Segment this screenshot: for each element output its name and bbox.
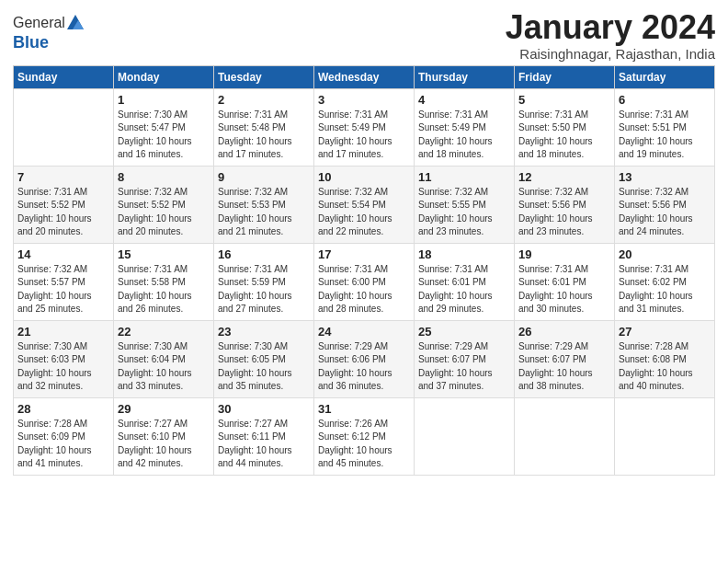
cell-3-4: 25 Sunrise: 7:29 AM Sunset: 6:07 PM Dayl… <box>415 320 515 397</box>
day-number: 15 <box>118 247 210 261</box>
sunset-text: Sunset: 5:50 PM <box>518 122 586 132</box>
day-number: 27 <box>619 325 711 339</box>
sunrise-text: Sunrise: 7:26 AM <box>318 419 388 429</box>
sunrise-text: Sunrise: 7:29 AM <box>418 341 488 351</box>
cell-2-5: 19 Sunrise: 7:31 AM Sunset: 6:01 PM Dayl… <box>515 243 615 320</box>
sunset-text: Sunset: 6:04 PM <box>118 354 186 364</box>
cell-4-2: 30 Sunrise: 7:27 AM Sunset: 6:11 PM Dayl… <box>214 397 314 475</box>
daylight-text: Daylight: 10 hours and 28 minutes. <box>318 291 392 315</box>
cell-2-3: 17 Sunrise: 7:31 AM Sunset: 6:00 PM Dayl… <box>314 243 415 320</box>
sunset-text: Sunset: 5:59 PM <box>218 277 286 287</box>
sunrise-text: Sunrise: 7:32 AM <box>318 187 388 197</box>
day-number: 26 <box>518 325 610 339</box>
sunset-text: Sunset: 6:06 PM <box>318 354 386 364</box>
sunset-text: Sunset: 5:47 PM <box>118 122 186 132</box>
day-number: 29 <box>118 402 210 416</box>
cell-0-6: 6 Sunrise: 7:31 AM Sunset: 5:51 PM Dayli… <box>615 88 715 166</box>
daylight-text: Daylight: 10 hours and 42 minutes. <box>118 445 192 469</box>
sunset-text: Sunset: 6:07 PM <box>418 354 486 364</box>
sunset-text: Sunset: 5:52 PM <box>17 200 85 210</box>
cell-2-6: 20 Sunrise: 7:31 AM Sunset: 6:02 PM Dayl… <box>615 243 715 320</box>
sunrise-text: Sunrise: 7:31 AM <box>518 264 588 274</box>
weekday-header-row: Sunday Monday Tuesday Wednesday Thursday… <box>14 65 715 88</box>
cell-3-0: 21 Sunrise: 7:30 AM Sunset: 6:03 PM Dayl… <box>14 320 114 397</box>
day-number: 16 <box>218 247 310 261</box>
sunset-text: Sunset: 6:12 PM <box>318 431 386 442</box>
sunset-text: Sunset: 5:49 PM <box>318 122 386 132</box>
sunset-text: Sunset: 5:52 PM <box>118 200 186 210</box>
cell-1-6: 13 Sunrise: 7:32 AM Sunset: 5:56 PM Dayl… <box>615 166 715 243</box>
daylight-text: Daylight: 10 hours and 30 minutes. <box>518 291 593 315</box>
daylight-text: Daylight: 10 hours and 22 minutes. <box>318 213 392 237</box>
sunrise-text: Sunrise: 7:32 AM <box>418 187 488 197</box>
day-number: 18 <box>418 247 510 261</box>
cell-1-0: 7 Sunrise: 7:31 AM Sunset: 5:52 PM Dayli… <box>14 166 114 243</box>
daylight-text: Daylight: 10 hours and 27 minutes. <box>218 291 292 315</box>
daylight-text: Daylight: 10 hours and 37 minutes. <box>418 368 493 392</box>
sunset-text: Sunset: 6:02 PM <box>619 277 687 287</box>
sunrise-text: Sunrise: 7:31 AM <box>619 264 688 274</box>
week-row-3: 21 Sunrise: 7:30 AM Sunset: 6:03 PM Dayl… <box>14 320 715 397</box>
daylight-text: Daylight: 10 hours and 31 minutes. <box>619 291 693 315</box>
header-monday: Monday <box>114 65 214 88</box>
week-row-0: 1 Sunrise: 7:30 AM Sunset: 5:47 PM Dayli… <box>14 88 715 166</box>
day-number: 17 <box>318 247 410 261</box>
week-row-4: 28 Sunrise: 7:28 AM Sunset: 6:09 PM Dayl… <box>14 397 715 475</box>
daylight-text: Daylight: 10 hours and 23 minutes. <box>518 213 593 237</box>
week-row-1: 7 Sunrise: 7:31 AM Sunset: 5:52 PM Dayli… <box>14 166 715 243</box>
day-number: 10 <box>318 170 410 184</box>
sunrise-text: Sunrise: 7:31 AM <box>418 264 488 274</box>
day-number: 1 <box>118 93 210 107</box>
day-number: 11 <box>418 170 510 184</box>
sunrise-text: Sunrise: 7:31 AM <box>318 264 388 274</box>
sunrise-text: Sunrise: 7:30 AM <box>218 341 288 351</box>
day-number: 9 <box>218 170 310 184</box>
daylight-text: Daylight: 10 hours and 19 minutes. <box>619 136 693 160</box>
day-number: 2 <box>218 93 310 107</box>
cell-0-3: 3 Sunrise: 7:31 AM Sunset: 5:49 PM Dayli… <box>314 88 415 166</box>
logo: General Blue <box>13 13 85 52</box>
sunset-text: Sunset: 6:10 PM <box>118 431 186 442</box>
sunrise-text: Sunrise: 7:28 AM <box>17 419 87 429</box>
cell-4-5 <box>515 397 615 475</box>
sunrise-text: Sunrise: 7:31 AM <box>17 187 87 197</box>
sunrise-text: Sunrise: 7:31 AM <box>518 109 588 120</box>
daylight-text: Daylight: 10 hours and 20 minutes. <box>17 213 92 237</box>
logo-blue-text: Blue <box>13 33 85 52</box>
sunrise-text: Sunrise: 7:30 AM <box>118 109 188 120</box>
daylight-text: Daylight: 10 hours and 21 minutes. <box>218 213 292 237</box>
cell-1-2: 9 Sunrise: 7:32 AM Sunset: 5:53 PM Dayli… <box>214 166 314 243</box>
daylight-text: Daylight: 10 hours and 24 minutes. <box>619 213 693 237</box>
header-tuesday: Tuesday <box>214 65 314 88</box>
sunrise-text: Sunrise: 7:32 AM <box>518 187 588 197</box>
cell-2-0: 14 Sunrise: 7:32 AM Sunset: 5:57 PM Dayl… <box>14 243 114 320</box>
cell-3-1: 22 Sunrise: 7:30 AM Sunset: 6:04 PM Dayl… <box>114 320 214 397</box>
header-thursday: Thursday <box>415 65 515 88</box>
sunrise-text: Sunrise: 7:31 AM <box>118 264 188 274</box>
sunrise-text: Sunrise: 7:32 AM <box>619 187 688 197</box>
sunrise-text: Sunrise: 7:32 AM <box>218 187 288 197</box>
daylight-text: Daylight: 10 hours and 38 minutes. <box>518 368 593 392</box>
day-number: 14 <box>17 247 109 261</box>
day-number: 13 <box>619 170 711 184</box>
cell-3-2: 23 Sunrise: 7:30 AM Sunset: 6:05 PM Dayl… <box>214 320 314 397</box>
day-number: 25 <box>418 325 510 339</box>
daylight-text: Daylight: 10 hours and 29 minutes. <box>418 291 493 315</box>
cell-1-1: 8 Sunrise: 7:32 AM Sunset: 5:52 PM Dayli… <box>114 166 214 243</box>
sunset-text: Sunset: 5:56 PM <box>619 200 687 210</box>
logo-general-text: General <box>13 15 65 31</box>
day-number: 21 <box>17 325 109 339</box>
daylight-text: Daylight: 10 hours and 45 minutes. <box>318 445 392 469</box>
cell-0-2: 2 Sunrise: 7:31 AM Sunset: 5:48 PM Dayli… <box>214 88 314 166</box>
page-container: General Blue January 2024 Raisinghnagar,… <box>0 0 728 485</box>
daylight-text: Daylight: 10 hours and 18 minutes. <box>418 136 493 160</box>
day-number: 7 <box>17 170 109 184</box>
sunset-text: Sunset: 6:00 PM <box>318 277 386 287</box>
daylight-text: Daylight: 10 hours and 40 minutes. <box>619 368 693 392</box>
sunrise-text: Sunrise: 7:31 AM <box>619 109 688 120</box>
sunset-text: Sunset: 6:07 PM <box>518 354 586 364</box>
sunrise-text: Sunrise: 7:30 AM <box>118 341 188 351</box>
month-title: January 2024 <box>506 9 715 46</box>
week-row-2: 14 Sunrise: 7:32 AM Sunset: 5:57 PM Dayl… <box>14 243 715 320</box>
daylight-text: Daylight: 10 hours and 41 minutes. <box>17 445 92 469</box>
